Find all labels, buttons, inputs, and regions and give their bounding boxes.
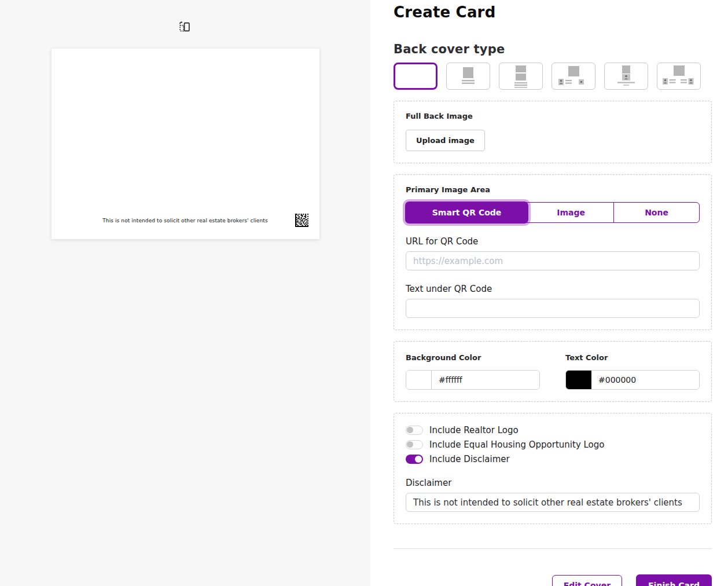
toggle-knob: [407, 427, 413, 433]
toggle-knob: [407, 441, 413, 448]
primary-image-area-label: Primary Image Area: [406, 185, 700, 194]
qr-text-input[interactable]: [406, 299, 700, 318]
realtor-logo-toggle[interactable]: [406, 426, 423, 435]
realtor-logo-label: Include Realtor Logo: [429, 425, 519, 435]
tab-smart-qr-code[interactable]: Smart QR Code: [405, 202, 528, 224]
page-title: Create Card: [394, 3, 712, 21]
equal-housing-logo-toggle[interactable]: [406, 440, 423, 449]
text-color-label: Text Color: [565, 353, 700, 362]
background-color-swatch[interactable]: [406, 371, 432, 389]
text-color-input[interactable]: [591, 371, 699, 389]
text-color-group: Text Color: [565, 353, 700, 390]
create-card-form-panel: Create Card Back cover type: [370, 0, 728, 586]
preview-disclaimer-text: This is not intended to solicit other re…: [69, 218, 302, 224]
layout-image-contact-qr-icon: [553, 64, 594, 88]
layout-single-image-text-icon: [448, 64, 488, 88]
logos-disclaimer-section: Include Realtor Logo Include Equal Housi…: [394, 413, 712, 524]
back-cover-option-single-image-text[interactable]: [446, 63, 490, 90]
include-disclaimer-row: Include Disclaimer: [406, 454, 700, 464]
upload-image-button[interactable]: Upload image: [406, 130, 485, 151]
disclaimer-label: Disclaimer: [406, 478, 700, 488]
equal-housing-logo-row: Include Equal Housing Opportunity Logo: [406, 440, 700, 450]
footer-divider: [394, 548, 712, 549]
include-disclaimer-toggle[interactable]: [406, 455, 423, 464]
finish-card-button[interactable]: Finish Card: [636, 574, 712, 586]
back-cover-type-heading: Back cover type: [394, 42, 712, 56]
back-cover-option-image-two-contacts[interactable]: [657, 63, 701, 90]
back-cover-type-options: [394, 63, 712, 90]
realtor-logo-row: Include Realtor Logo: [406, 425, 700, 435]
preview-panel: This is not intended to solicit other re…: [0, 0, 370, 586]
include-disclaimer-label: Include Disclaimer: [429, 454, 510, 464]
layout-image-agent-stacked-icon: [606, 64, 646, 88]
primary-image-area-tabs: Smart QR Code Image None: [406, 202, 700, 223]
flip-card-button[interactable]: [178, 19, 193, 34]
text-color-swatch[interactable]: [566, 371, 591, 389]
disclaimer-input[interactable]: [406, 493, 700, 512]
layout-two-images-text-icon: [501, 64, 541, 88]
full-back-image-label: Full Back Image: [406, 112, 700, 120]
background-color-label: Background Color: [406, 353, 540, 362]
background-color-input[interactable]: [432, 371, 539, 389]
qr-url-label: URL for QR Code: [406, 236, 700, 247]
back-cover-option-image-contact-qr[interactable]: [551, 63, 595, 90]
back-cover-option-image-agent-stacked[interactable]: [604, 63, 648, 90]
layout-image-two-contacts-icon: [659, 64, 699, 88]
tab-none[interactable]: None: [613, 203, 699, 222]
toggle-knob: [415, 456, 422, 463]
back-cover-option-two-images-text[interactable]: [499, 63, 543, 90]
qr-text-label: Text under QR Code: [406, 284, 700, 294]
edit-cover-button[interactable]: Edit Cover: [552, 575, 622, 586]
qr-url-input[interactable]: [406, 251, 700, 270]
qr-code-image: [295, 214, 308, 227]
full-back-image-section: Full Back Image Upload image: [394, 101, 712, 163]
back-cover-option-blank[interactable]: [394, 63, 437, 90]
primary-image-area-section: Primary Image Area Smart QR Code Image N…: [394, 174, 712, 330]
flip-card-icon: [178, 20, 193, 34]
tab-image[interactable]: Image: [528, 203, 613, 222]
equal-housing-logo-label: Include Equal Housing Opportunity Logo: [429, 440, 605, 450]
card-back-preview: This is not intended to solicit other re…: [52, 49, 319, 239]
colors-section: Background Color Text Color: [394, 341, 712, 402]
background-color-group: Background Color: [406, 353, 540, 390]
footer-actions: Edit Cover Finish Card: [394, 574, 712, 586]
